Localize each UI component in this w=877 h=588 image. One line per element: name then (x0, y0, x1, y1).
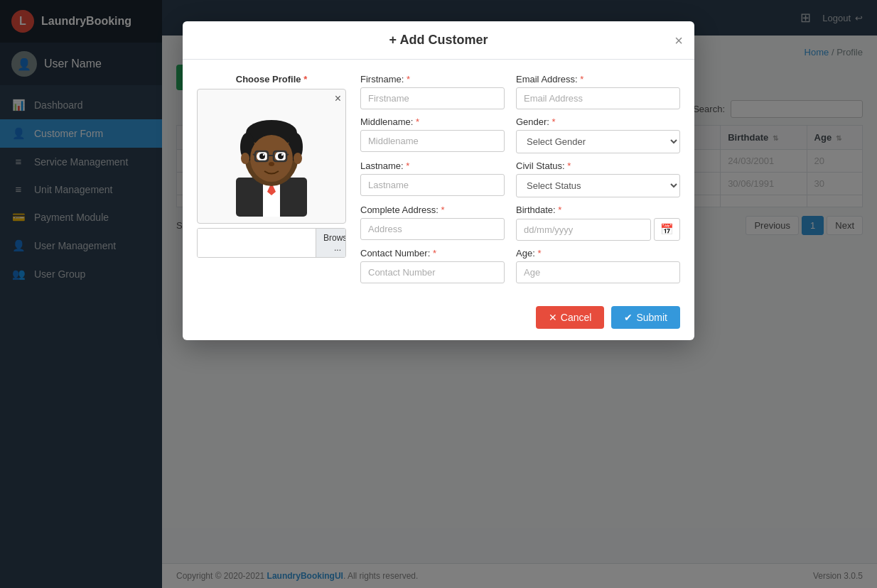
file-input-text[interactable] (198, 229, 316, 257)
avatar-illustration (215, 96, 328, 217)
gender-label: Gender: * (516, 116, 680, 127)
middlename-group: Middlename: * (360, 116, 505, 153)
modal-close-button[interactable]: × (674, 33, 683, 48)
svg-point-19 (281, 154, 283, 156)
contact-input[interactable] (360, 261, 505, 283)
profile-upload-section: Choose Profile * × (197, 74, 346, 283)
modal-header: + Add Customer × (183, 21, 694, 60)
civil-status-label: Civil Status: * (516, 160, 680, 171)
contact-group: Contact Number: * (360, 248, 505, 283)
profile-image-box: × (197, 89, 346, 224)
gender-select[interactable]: Select Gender Male Female Other (516, 130, 680, 153)
address-label: Complete Address: * (360, 205, 505, 215)
lastname-label: Lastname: * (360, 160, 505, 171)
modal-title: + Add Customer (389, 33, 488, 48)
birthdate-label: Birthdate: * (516, 205, 680, 215)
svg-point-20 (269, 162, 274, 166)
add-customer-modal: + Add Customer × Choose Profile * × (183, 21, 694, 340)
middlename-input[interactable] (360, 130, 505, 152)
gender-group: Gender: * Select Gender Male Female Othe… (516, 116, 680, 153)
email-label: Email Address: * (516, 74, 680, 85)
submit-icon: ✔ (624, 312, 633, 323)
modal-footer: ✕ Cancel ✔ Submit (183, 298, 694, 340)
middlename-label: Middlename: * (360, 116, 505, 127)
birthdate-row: 📅 (516, 218, 680, 241)
civil-status-group: Civil Status: * Select Status Single Mar… (516, 160, 680, 197)
cancel-icon: ✕ (549, 312, 557, 323)
profile-image-close-button[interactable]: × (335, 92, 341, 105)
cancel-label: Cancel (561, 312, 592, 323)
address-input[interactable] (360, 218, 505, 240)
file-input-row: Browse ... (197, 228, 346, 258)
modal-body: Choose Profile * × (183, 60, 694, 298)
firstname-input[interactable] (360, 87, 505, 109)
submit-button[interactable]: ✔ Submit (611, 306, 680, 329)
email-input[interactable] (516, 87, 680, 109)
firstname-label: Firstname: * (360, 74, 505, 85)
choose-profile-label: Choose Profile * (236, 74, 307, 85)
svg-point-22 (294, 153, 302, 164)
firstname-group: Firstname: * (360, 74, 505, 109)
lastname-group: Lastname: * (360, 160, 505, 197)
age-group: Age: * (516, 248, 680, 283)
calendar-button[interactable]: 📅 (654, 218, 680, 241)
birthdate-input[interactable] (516, 219, 651, 241)
svg-point-21 (241, 153, 249, 164)
form-fields: Firstname: * Email Address: * Middlename… (360, 74, 680, 283)
browse-button[interactable]: Browse ... (316, 229, 346, 257)
civil-status-select[interactable]: Select Status Single Married Widowed Div… (516, 174, 680, 197)
email-group: Email Address: * (516, 74, 680, 109)
modal-overlay: + Add Customer × Choose Profile * × (0, 0, 877, 588)
age-input[interactable] (516, 261, 680, 283)
cancel-button[interactable]: ✕ Cancel (536, 306, 605, 329)
contact-label: Contact Number: * (360, 248, 505, 258)
age-label: Age: * (516, 248, 680, 258)
svg-point-18 (263, 154, 264, 156)
lastname-input[interactable] (360, 174, 505, 196)
address-group: Complete Address: * (360, 205, 505, 241)
birthdate-group: Birthdate: * 📅 (516, 205, 680, 241)
submit-label: Submit (636, 312, 667, 323)
